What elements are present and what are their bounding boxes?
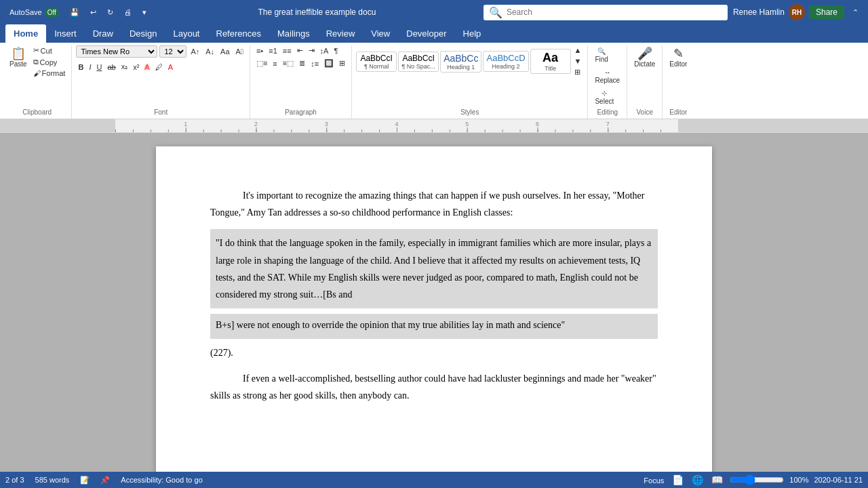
style-normal-preview: AaBbCcI xyxy=(359,54,393,63)
paste-button[interactable]: 📋 Paste xyxy=(7,45,30,70)
tab-draw[interactable]: Draw xyxy=(85,24,121,43)
search-bar: 🔍 xyxy=(484,5,728,20)
clear-format-button[interactable]: A⃥ xyxy=(234,47,245,56)
paragraph-content: ≡• ≡1 ≡≡ ⇤ ⇥ ↕A ¶ ⬚≡ ≡ ≡⬚ ≣ ↕≡ 🔲 ⊞ xyxy=(254,45,347,107)
tab-references[interactable]: References xyxy=(208,24,269,43)
cut-button[interactable]: ✂ Cut xyxy=(31,45,68,56)
copy-button[interactable]: ⧉ Copy xyxy=(31,57,68,67)
styles-scroll-down[interactable]: ▼ xyxy=(572,56,584,66)
line-spacing-button[interactable]: ↕≡ xyxy=(309,58,321,68)
increase-indent-button[interactable]: ⇥ xyxy=(307,45,317,56)
print-layout-button[interactable]: 📄 xyxy=(671,473,685,487)
editing-label: Editing xyxy=(592,107,623,117)
document-area[interactable]: It's important to recognize the amazing … xyxy=(0,133,868,472)
numbering-button[interactable]: ≡1 xyxy=(267,45,279,56)
select-button[interactable]: ⊹ Select xyxy=(592,87,616,107)
tab-help[interactable]: Help xyxy=(455,24,490,43)
style-heading1[interactable]: AaBbCc Heading 1 xyxy=(440,51,481,73)
ribbon-collapse-button[interactable]: ⌃ xyxy=(848,7,863,18)
tab-review[interactable]: Review xyxy=(318,24,363,43)
align-center-button[interactable]: ≡ xyxy=(271,58,279,68)
sort-button[interactable]: ↕A xyxy=(318,45,331,56)
voice-label: Voice xyxy=(631,107,658,117)
editor-content: ✎ Editor xyxy=(667,45,690,107)
replace-button[interactable]: ↔ Replace xyxy=(592,66,623,86)
editing-group: 🔍 Find ↔ Replace ⊹ Select Editing xyxy=(588,45,627,119)
focus-button[interactable]: Focus xyxy=(642,473,665,487)
select-label: Select xyxy=(595,98,614,105)
find-button[interactable]: 🔍 Find xyxy=(592,45,610,65)
replace-icon: ↔ xyxy=(604,68,611,76)
italic-button[interactable]: I xyxy=(87,62,93,72)
page-count-label: 2 of 3 xyxy=(5,476,24,484)
ribbon-tabs: Home Insert Draw Design Layout Reference… xyxy=(0,24,868,43)
align-right-button[interactable]: ≡⬚ xyxy=(281,58,296,68)
style-normal[interactable]: AaBbCcI ¶ Normal xyxy=(356,52,397,72)
tab-layout[interactable]: Layout xyxy=(165,24,208,43)
page-count: 2 of 3 xyxy=(5,476,24,484)
find-label: Find xyxy=(595,56,608,63)
redo-button[interactable]: ↻ xyxy=(103,7,117,18)
decrease-font-button[interactable]: A↓ xyxy=(203,47,216,56)
tab-mailings[interactable]: Mailings xyxy=(269,24,318,43)
format-painter-button[interactable]: 🖌 Format xyxy=(31,68,68,78)
undo-button[interactable]: ↩ xyxy=(86,7,100,18)
select-icon: ⊹ xyxy=(601,89,607,97)
borders-button[interactable]: ⊞ xyxy=(337,58,347,68)
styles-content: AaBbCcI ¶ Normal AaBbCcI ¶ No Spac... Aa… xyxy=(356,45,583,107)
underline-button[interactable]: U xyxy=(94,62,104,72)
tab-insert[interactable]: Insert xyxy=(46,24,85,43)
bullets-button[interactable]: ≡• xyxy=(254,45,265,56)
highlight-button[interactable]: 🖊 xyxy=(153,62,165,72)
tab-design[interactable]: Design xyxy=(121,24,165,43)
bq-line-2: B+s] were not enough to override the opi… xyxy=(216,317,652,333)
justify-button[interactable]: ≣ xyxy=(297,58,307,68)
autosave-toggle[interactable]: AutoSave Off xyxy=(5,7,63,18)
read-mode-button[interactable]: 📖 xyxy=(710,473,724,487)
editing-content: 🔍 Find ↔ Replace ⊹ Select xyxy=(592,45,623,107)
align-left-button[interactable]: ⬚≡ xyxy=(254,58,269,68)
style-nospace-label: ¶ No Spac... xyxy=(401,63,435,70)
print-button[interactable]: 🖨 xyxy=(120,7,136,18)
search-input[interactable] xyxy=(507,7,722,17)
style-nospace[interactable]: AaBbCcI ¶ No Spac... xyxy=(398,52,439,72)
tab-home[interactable]: Home xyxy=(5,24,46,43)
strikethrough-button[interactable]: ab xyxy=(105,62,117,72)
style-h1-preview: AaBbCc xyxy=(443,53,478,64)
ruler-canvas xyxy=(0,119,868,133)
styles-more[interactable]: ⊞ xyxy=(572,67,584,77)
style-heading2[interactable]: AaBbCcD Heading 2 xyxy=(483,51,528,72)
font-name-select[interactable]: Times New Ro xyxy=(76,45,157,58)
tab-developer[interactable]: Developer xyxy=(398,24,454,43)
multilevel-button[interactable]: ≡≡ xyxy=(281,45,294,56)
paragraph-label: Paragraph xyxy=(254,107,347,117)
editor-label: Editor xyxy=(669,60,687,68)
font-color-button[interactable]: A xyxy=(166,62,175,72)
customize-button[interactable]: ▾ xyxy=(138,7,151,18)
bold-button[interactable]: B xyxy=(76,62,85,72)
zoom-slider[interactable] xyxy=(730,474,784,485)
word-count: 585 words xyxy=(35,476,70,484)
voice-group: 🎤 Dictate Voice xyxy=(627,45,663,119)
tab-view[interactable]: View xyxy=(363,24,398,43)
editor-button[interactable]: ✎ Editor xyxy=(667,45,690,70)
style-title[interactable]: Aa Title xyxy=(530,49,571,74)
editor-label-group: Editor xyxy=(667,107,690,117)
cut-copy-format: ✂ Cut ⧉ Copy 🖌 Format xyxy=(31,45,68,78)
style-nospace-preview: AaBbCcI xyxy=(401,54,435,63)
decrease-indent-button[interactable]: ⇤ xyxy=(295,45,305,56)
superscript-button[interactable]: x² xyxy=(131,62,141,72)
text-effects-button[interactable]: A xyxy=(142,62,151,72)
font-size-select[interactable]: 12 xyxy=(159,45,186,58)
styles-scroll-up[interactable]: ▲ xyxy=(572,45,584,55)
web-layout-button[interactable]: 🌐 xyxy=(690,473,705,487)
save-button[interactable]: 💾 xyxy=(66,7,83,18)
change-case-button[interactable]: Aa xyxy=(218,47,231,56)
show-marks-button[interactable]: ¶ xyxy=(332,45,340,56)
increase-font-button[interactable]: A↑ xyxy=(189,47,201,56)
dictate-button[interactable]: 🎤 Dictate xyxy=(631,45,658,70)
shading-button[interactable]: 🔲 xyxy=(322,58,336,68)
subscript-button[interactable]: x₂ xyxy=(119,62,130,72)
share-button[interactable]: Share xyxy=(809,5,844,19)
style-h1-label: Heading 1 xyxy=(443,64,478,70)
